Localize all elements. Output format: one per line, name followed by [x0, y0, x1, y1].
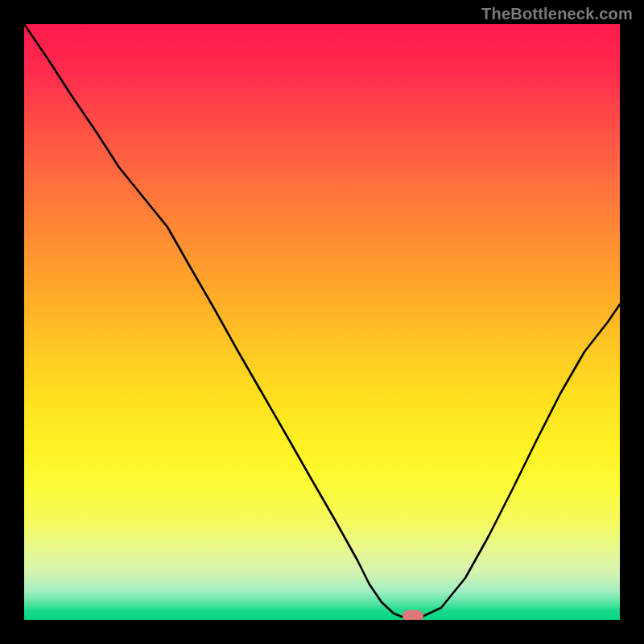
- optimal-marker: [402, 610, 423, 620]
- chart-stage: TheBottleneck.com: [0, 0, 644, 644]
- watermark-text: TheBottleneck.com: [481, 5, 633, 23]
- plot-area: [24, 24, 620, 620]
- curve-layer: [24, 24, 620, 620]
- bottleneck-curve: [24, 24, 620, 619]
